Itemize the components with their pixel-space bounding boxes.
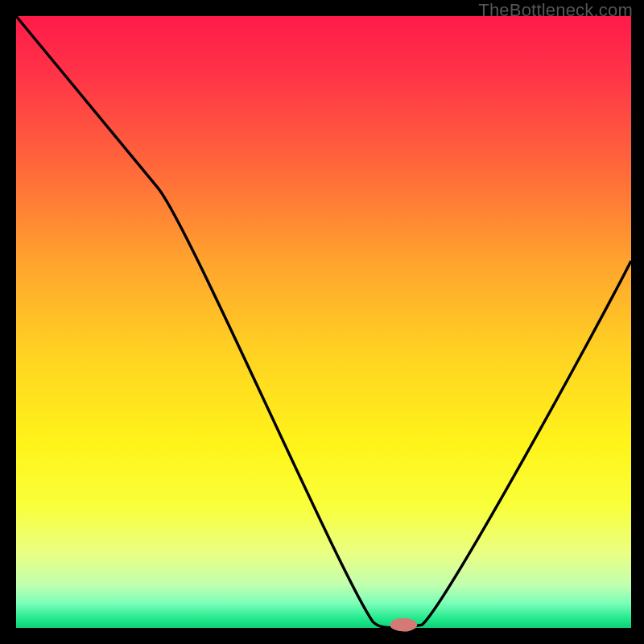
bottleneck-curve-path <box>16 16 631 628</box>
plot-area <box>13 16 631 631</box>
optimal-point-marker <box>390 618 418 632</box>
chart-svg <box>16 16 631 628</box>
chart-container: TheBottleneck.com <box>0 0 644 644</box>
